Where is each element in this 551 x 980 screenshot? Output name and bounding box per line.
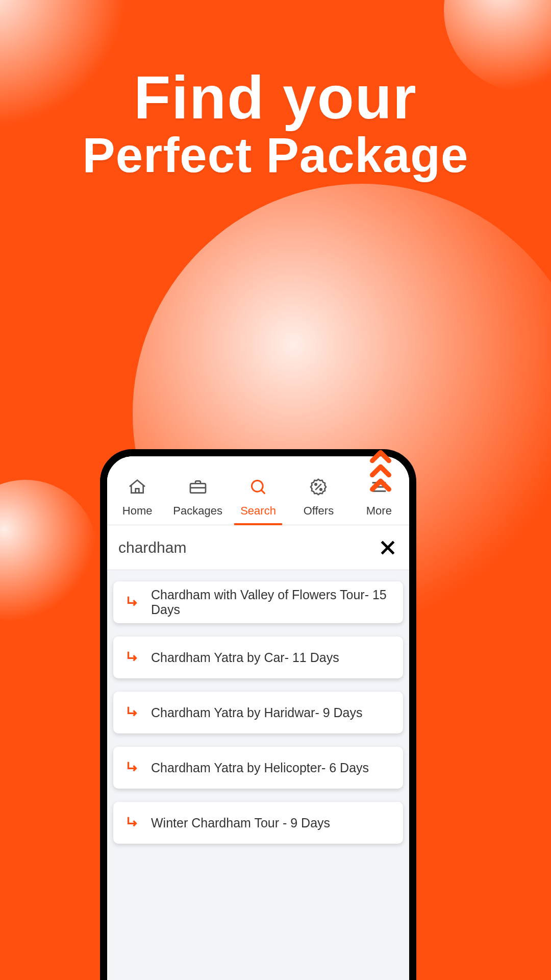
- home-icon: [127, 477, 147, 499]
- search-result-item[interactable]: Winter Chardham Tour - 9 Days: [113, 802, 403, 844]
- tab-home[interactable]: Home: [107, 477, 167, 525]
- briefcase-icon: [188, 477, 208, 499]
- result-text: Chardham with Valley of Flowers Tour- 15…: [151, 587, 392, 617]
- tab-search[interactable]: Search: [228, 477, 288, 525]
- tab-label: More: [366, 504, 392, 518]
- tab-label: Offers: [304, 504, 334, 518]
- tab-offers[interactable]: Offers: [288, 477, 348, 525]
- svg-point-1: [252, 481, 263, 492]
- result-text: Chardham Yatra by Helicopter- 6 Days: [151, 761, 369, 775]
- top-tab-bar: Home Packages Se: [107, 456, 409, 525]
- close-icon: [378, 537, 398, 558]
- result-arrow-icon: [124, 650, 140, 665]
- phone-mockup: Home Packages Se: [100, 449, 416, 980]
- result-text: Chardham Yatra by Car- 11 Days: [151, 650, 339, 665]
- result-arrow-icon: [124, 760, 140, 775]
- result-arrow-icon: [124, 595, 140, 610]
- tab-packages[interactable]: Packages: [167, 477, 228, 525]
- tab-label: Packages: [173, 504, 222, 518]
- search-results: Chardham with Valley of Flowers Tour- 15…: [107, 570, 409, 844]
- headline-line2: Perfect Package: [0, 130, 551, 181]
- headline-line1: Find your: [0, 66, 551, 130]
- search-result-item[interactable]: Chardham Yatra by Helicopter- 6 Days: [113, 747, 403, 789]
- search-result-item[interactable]: Chardham Yatra by Haridwar- 9 Days: [113, 692, 403, 733]
- result-text: Winter Chardham Tour - 9 Days: [151, 816, 330, 830]
- result-arrow-icon: [124, 705, 140, 720]
- chevrons-up-icon: [366, 444, 395, 501]
- svg-point-2: [315, 483, 317, 485]
- headline: Find your Perfect Package: [0, 66, 551, 181]
- svg-point-3: [320, 488, 322, 490]
- result-text: Chardham Yatra by Haridwar- 9 Days: [151, 705, 363, 720]
- search-input[interactable]: [118, 539, 378, 556]
- result-arrow-icon: [124, 815, 140, 830]
- search-row: [107, 525, 409, 570]
- offers-icon: [308, 477, 329, 499]
- scroll-up-button[interactable]: [366, 444, 395, 503]
- tab-label: Home: [122, 504, 153, 518]
- search-icon: [248, 477, 268, 499]
- search-result-item[interactable]: Chardham with Valley of Flowers Tour- 15…: [113, 581, 403, 623]
- search-result-item[interactable]: Chardham Yatra by Car- 11 Days: [113, 636, 403, 678]
- clear-search-button[interactable]: [378, 537, 398, 558]
- tab-label: Search: [240, 504, 276, 518]
